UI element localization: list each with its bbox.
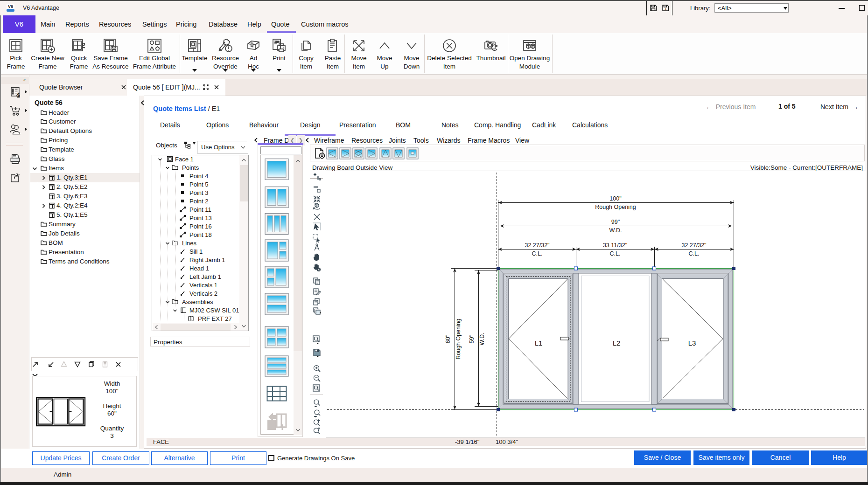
svg-text:32 27/32": 32 27/32" bbox=[525, 242, 549, 249]
svg-text:59": 59" bbox=[469, 335, 475, 343]
svg-text:W.D.: W.D. bbox=[479, 333, 485, 345]
svg-text:L3: L3 bbox=[688, 339, 696, 347]
svg-text:L1: L1 bbox=[535, 339, 543, 347]
svg-text:L2: L2 bbox=[613, 339, 621, 347]
svg-text:W.D.: W.D. bbox=[609, 227, 622, 234]
svg-text:33 11/32": 33 11/32" bbox=[603, 242, 627, 249]
svg-text:C.L.: C.L. bbox=[532, 250, 543, 257]
svg-text:C.L.: C.L. bbox=[689, 250, 700, 257]
svg-text:Rough Opening: Rough Opening bbox=[455, 319, 462, 360]
svg-text:Rough Opening: Rough Opening bbox=[595, 204, 636, 210]
svg-text:99": 99" bbox=[611, 219, 620, 225]
svg-text:60": 60" bbox=[445, 335, 451, 343]
svg-text:C.L.: C.L. bbox=[610, 250, 621, 257]
svg-text:100": 100" bbox=[609, 195, 621, 202]
svg-text:$: $ bbox=[17, 92, 20, 98]
svg-text:32 27/32": 32 27/32" bbox=[681, 242, 706, 249]
